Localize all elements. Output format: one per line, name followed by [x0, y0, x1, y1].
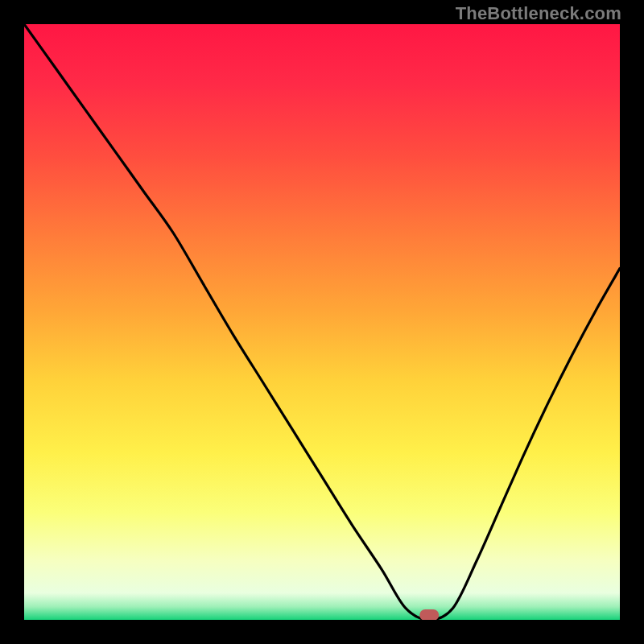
plot-area	[24, 24, 620, 620]
optimum-marker	[419, 609, 439, 620]
bottleneck-chart	[24, 24, 620, 620]
chart-frame: TheBottleneck.com	[0, 0, 644, 644]
watermark-text: TheBottleneck.com	[456, 3, 621, 24]
optimum-marker-pill	[419, 609, 439, 620]
gradient-background	[24, 24, 620, 620]
